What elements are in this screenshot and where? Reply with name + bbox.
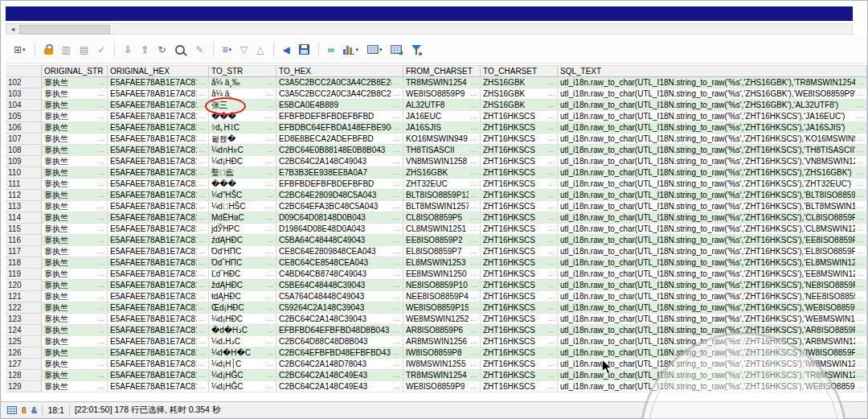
cell-to_str[interactable]: Όd΅HΠC…	[209, 257, 276, 269]
cell-expand-button[interactable]: …	[96, 381, 104, 392]
cell-expand-button[interactable]: …	[469, 201, 477, 212]
table-row[interactable]: 107寨执竺…E5AFAEE78AB1E7AC81…펋좭�…ED8E8BECA2…	[6, 134, 867, 145]
cell-expand-button[interactable]: …	[197, 257, 206, 268]
cell-expand-button[interactable]: …	[855, 190, 864, 200]
cell-expand-button[interactable]: …	[264, 167, 273, 178]
cell-to_charset[interactable]: ZHT16HKSCS…	[481, 235, 558, 246]
cell-expand-button[interactable]: …	[469, 291, 477, 302]
cell-expand-button[interactable]: …	[264, 370, 273, 380]
cell-original_str[interactable]: 寨执竺…	[42, 347, 108, 359]
cell-to_hex[interactable]: C2BC64EFA3BC48C5A043…	[276, 201, 403, 212]
cell-to_hex[interactable]: C5BE64C48448C39043…	[276, 280, 403, 291]
edit-button[interactable]: ✎	[194, 42, 206, 58]
cell-expand-button[interactable]: …	[469, 269, 477, 279]
cell-to_str[interactable]: ¼d،HذC…	[209, 336, 276, 347]
cell-expand-button[interactable]: …	[264, 325, 273, 335]
cell-expand-button[interactable]: …	[197, 314, 206, 324]
cell-from_charset[interactable]: WE8ISO8859P9…	[403, 381, 481, 392]
cell-to_str[interactable]: ždĄHÐC…	[209, 280, 276, 291]
copy-button[interactable]: ▥	[60, 42, 72, 58]
cell-expand-button[interactable]: …	[546, 190, 555, 200]
cell-to_hex[interactable]: C2BC64C2A148C39043…	[276, 314, 403, 325]
cell-to_charset[interactable]: ZHT16HKSCS…	[481, 359, 558, 370]
cell-original_hex[interactable]: E5AFAEE78AB1E7AC81…	[108, 359, 209, 370]
column-header-to-charset[interactable]: TO_CHARSET	[481, 65, 558, 77]
cell-sql_text[interactable]: utl_i18n.raw_to_char(UTL_I18N.string_to_…	[558, 212, 867, 224]
cell-original_str[interactable]: 寨执竺…	[42, 201, 108, 212]
cell-to_charset[interactable]: ZHT16HKSCS…	[481, 122, 558, 134]
cell-expand-button[interactable]: …	[546, 246, 555, 257]
cell-to_str[interactable]: ĽdˇHĐC…	[209, 269, 276, 280]
cell-expand-button[interactable]: …	[546, 257, 555, 268]
cell-expand-button[interactable]: …	[855, 156, 864, 166]
cell-sql_text[interactable]: utl_i18n.raw_to_char(UTL_I18N.string_to_…	[558, 167, 867, 179]
cell-expand-button[interactable]: …	[391, 201, 400, 212]
cell-to_str[interactable]: ¼d¡H׀C…	[209, 359, 276, 370]
cell-to_charset[interactable]: ZHS16GBK…	[481, 77, 558, 88]
cell-expand-button[interactable]: …	[264, 359, 273, 369]
cell-expand-button[interactable]: …	[855, 100, 864, 110]
column-header-original-str[interactable]: ORIGINAL_STR	[42, 65, 108, 77]
cell-to_hex[interactable]: ED8E8BECA2ADEFBFBD…	[276, 134, 403, 145]
cell-expand-button[interactable]: …	[855, 111, 864, 121]
cell-expand-button[interactable]: …	[855, 235, 864, 245]
scroll-left-button[interactable]: ◂	[6, 24, 20, 34]
cell-sql_text[interactable]: utl_i18n.raw_to_char(UTL_I18N.string_to_…	[558, 291, 867, 302]
cell-expand-button[interactable]: …	[546, 100, 555, 110]
cell-to_charset[interactable]: ZHT16HKSCS…	[481, 370, 558, 381]
cell-expand-button[interactable]: …	[391, 134, 400, 144]
cell-to_hex[interactable]: EFBFBDEFBFBDEFBFBD…	[276, 179, 403, 190]
cell-sql_text[interactable]: utl_i18n.raw_to_char(UTL_I18N.string_to_…	[558, 190, 867, 201]
cell-from_charset[interactable]: AR8ISO8859P6…	[403, 325, 481, 336]
table-row[interactable]: 122寨执竺…E5AFAEE78AB1E7AC81…Œd¡HÐC…C59264C…	[6, 302, 867, 314]
cell-expand-button[interactable]: …	[469, 134, 477, 144]
cell-to_charset[interactable]: ZHT16HKSCS…	[481, 179, 558, 190]
cell-original_str[interactable]: 寨执竺…	[42, 370, 108, 381]
cell-expand-button[interactable]: …	[96, 336, 104, 347]
cell-expand-button[interactable]: …	[469, 314, 477, 324]
cell-expand-button[interactable]: …	[96, 224, 104, 234]
cell-to_hex[interactable]: E7B3B3EE938EE8A0A7…	[276, 167, 403, 179]
cell-expand-button[interactable]: …	[264, 336, 273, 347]
cell-expand-button[interactable]: …	[546, 212, 555, 223]
cell-to_str[interactable]: ¼dกHะC…	[209, 145, 276, 156]
cell-expand-button[interactable]: …	[546, 336, 555, 347]
cell-original_str[interactable]: 寨执竺…	[42, 257, 108, 269]
cell-sql_text[interactable]: utl_i18n.raw_to_char(UTL_I18N.string_to_…	[558, 336, 867, 347]
cell-expand-button[interactable]: …	[96, 179, 104, 189]
cell-original_str[interactable]: 寨执竺…	[42, 325, 108, 336]
cell-expand-button[interactable]: …	[197, 111, 206, 121]
cell-expand-button[interactable]: …	[855, 246, 864, 257]
cell-to_hex[interactable]: EFBFBDEFBFBDEFBFBD…	[276, 111, 403, 122]
cell-expand-button[interactable]: …	[391, 179, 400, 189]
cell-expand-button[interactable]: …	[197, 179, 206, 189]
cell-expand-button[interactable]: …	[855, 325, 864, 335]
cell-to_str[interactable]: 糳蠧…	[209, 167, 276, 179]
cell-to_hex[interactable]: C2BC64E0B88148E0B8B043…	[276, 145, 403, 156]
cell-original_hex[interactable]: E5AFAEE78AB1E7AC81…	[108, 280, 209, 291]
cell-to_str[interactable]: ���…	[209, 111, 276, 122]
cell-expand-button[interactable]: …	[391, 145, 400, 155]
cell-expand-button[interactable]: …	[855, 145, 864, 155]
cell-original_hex[interactable]: E5AFAEE78AB1E7AC81…	[108, 77, 209, 88]
cell-to_str[interactable]: ¼dHŠC…	[209, 201, 276, 212]
cell-original_hex[interactable]: E5AFAEE78AB1E7AC81…	[108, 134, 209, 145]
cell-expand-button[interactable]: …	[855, 280, 864, 290]
cell-expand-button[interactable]: …	[391, 111, 400, 121]
refresh-button[interactable]: ↻	[156, 42, 167, 58]
cell-sql_text[interactable]: utl_i18n.raw_to_char(UTL_I18N.string_to_…	[558, 145, 867, 156]
cell-expand-button[interactable]: …	[546, 381, 555, 392]
cell-expand-button[interactable]: …	[469, 325, 477, 335]
cell-to_charset[interactable]: ZHT16HKSCS…	[481, 201, 558, 212]
cell-to_hex[interactable]: C2BC64C2A148D78043…	[276, 359, 403, 370]
cell-expand-button[interactable]: …	[96, 269, 104, 279]
cell-expand-button[interactable]: …	[546, 201, 555, 212]
cell-expand-button[interactable]: …	[546, 269, 555, 279]
cell-expand-button[interactable]: …	[197, 235, 206, 245]
cell-to_hex[interactable]: CE8C64CE8548CEA043…	[276, 257, 403, 269]
cell-from_charset[interactable]: BLT8ISO8859P13…	[403, 190, 481, 201]
cell-original_hex[interactable]: E5AFAEE78AB1E7AC81…	[108, 325, 209, 336]
cell-expand-button[interactable]: …	[96, 257, 104, 268]
cell-to_hex[interactable]: C59264C2A148C39043…	[276, 302, 403, 314]
cell-expand-button[interactable]: …	[855, 134, 864, 144]
